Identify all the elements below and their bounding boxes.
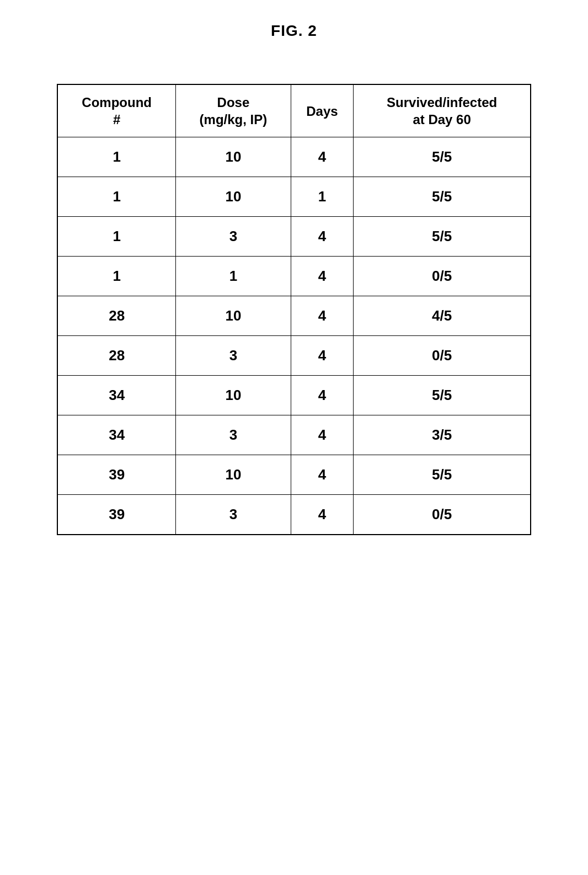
cell-days-5: 4 xyxy=(291,336,354,376)
data-table-container: Compound# Dose(mg/kg, IP) Days Survived/… xyxy=(57,84,531,535)
cell-days-8: 4 xyxy=(291,455,354,495)
table-row: 281044/5 xyxy=(57,296,531,336)
cell-days-2: 4 xyxy=(291,217,354,257)
cell-survived-9: 0/5 xyxy=(354,495,531,535)
cell-compound-1: 1 xyxy=(57,177,176,217)
cell-dose-3: 1 xyxy=(176,257,291,296)
cell-dose-1: 10 xyxy=(176,177,291,217)
page-title: FIG. 2 xyxy=(271,22,317,40)
cell-dose-7: 3 xyxy=(176,415,291,455)
table-row: 39340/5 xyxy=(57,495,531,535)
cell-dose-6: 10 xyxy=(176,376,291,415)
cell-days-3: 4 xyxy=(291,257,354,296)
cell-survived-1: 5/5 xyxy=(354,177,531,217)
cell-days-9: 4 xyxy=(291,495,354,535)
cell-survived-5: 0/5 xyxy=(354,336,531,376)
cell-days-0: 4 xyxy=(291,137,354,177)
cell-survived-8: 5/5 xyxy=(354,455,531,495)
cell-compound-4: 28 xyxy=(57,296,176,336)
cell-dose-0: 10 xyxy=(176,137,291,177)
cell-compound-2: 1 xyxy=(57,217,176,257)
col-header-days: Days xyxy=(291,84,354,137)
cell-compound-0: 1 xyxy=(57,137,176,177)
col-header-compound: Compound# xyxy=(57,84,176,137)
cell-dose-4: 10 xyxy=(176,296,291,336)
cell-dose-8: 10 xyxy=(176,455,291,495)
cell-days-6: 4 xyxy=(291,376,354,415)
cell-compound-5: 28 xyxy=(57,336,176,376)
table-row: 391045/5 xyxy=(57,455,531,495)
cell-dose-9: 3 xyxy=(176,495,291,535)
table-row: 28340/5 xyxy=(57,336,531,376)
table-row: 11015/5 xyxy=(57,177,531,217)
cell-compound-9: 39 xyxy=(57,495,176,535)
cell-days-7: 4 xyxy=(291,415,354,455)
cell-survived-2: 5/5 xyxy=(354,217,531,257)
table-row: 11045/5 xyxy=(57,137,531,177)
col-header-dose: Dose(mg/kg, IP) xyxy=(176,84,291,137)
cell-days-4: 4 xyxy=(291,296,354,336)
cell-dose-2: 3 xyxy=(176,217,291,257)
table-header-row: Compound# Dose(mg/kg, IP) Days Survived/… xyxy=(57,84,531,137)
table-row: 34343/5 xyxy=(57,415,531,455)
cell-survived-0: 5/5 xyxy=(354,137,531,177)
cell-compound-6: 34 xyxy=(57,376,176,415)
cell-compound-3: 1 xyxy=(57,257,176,296)
cell-survived-4: 4/5 xyxy=(354,296,531,336)
table-row: 341045/5 xyxy=(57,376,531,415)
results-table: Compound# Dose(mg/kg, IP) Days Survived/… xyxy=(57,84,531,535)
cell-survived-3: 0/5 xyxy=(354,257,531,296)
table-row: 1140/5 xyxy=(57,257,531,296)
cell-compound-8: 39 xyxy=(57,455,176,495)
cell-dose-5: 3 xyxy=(176,336,291,376)
col-header-survived: Survived/infectedat Day 60 xyxy=(354,84,531,137)
cell-compound-7: 34 xyxy=(57,415,176,455)
table-row: 1345/5 xyxy=(57,217,531,257)
cell-survived-7: 3/5 xyxy=(354,415,531,455)
cell-days-1: 1 xyxy=(291,177,354,217)
cell-survived-6: 5/5 xyxy=(354,376,531,415)
